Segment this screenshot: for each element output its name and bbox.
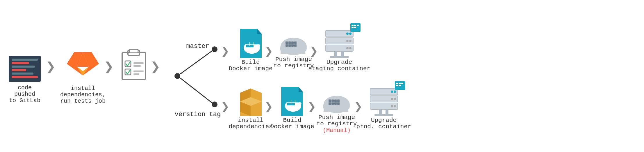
upgrade-staging-label: Upgrade	[327, 59, 352, 66]
upgrade-prod-label: Upgrade	[371, 117, 397, 124]
svg-rect-40	[254, 42, 258, 44]
svg-text:to GitLab: to GitLab	[9, 97, 40, 104]
push-registry-top-label: Push image	[275, 56, 312, 63]
chevron-top-1: ❯	[221, 44, 229, 60]
svg-rect-58	[326, 38, 353, 44]
chevron-top-2: ❯	[265, 44, 273, 60]
svg-rect-100	[337, 99, 340, 102]
svg-rect-52	[286, 44, 288, 47]
svg-point-30	[212, 46, 217, 52]
svg-rect-96	[324, 104, 348, 112]
svg-point-62	[346, 40, 349, 42]
svg-point-63	[349, 40, 352, 42]
svg-rect-120	[399, 83, 401, 84]
svg-line-31	[180, 78, 212, 103]
svg-text:staging container: staging container	[308, 65, 370, 72]
svg-rect-21	[129, 49, 138, 53]
push-registry-bot-label: Push image	[318, 114, 355, 121]
svg-rect-116	[386, 109, 388, 115]
svg-rect-68	[330, 56, 349, 58]
svg-text:run tests job: run tests job	[60, 98, 106, 104]
install-deps-label: install	[238, 117, 263, 124]
svg-rect-107	[370, 96, 398, 102]
svg-rect-87	[287, 100, 291, 102]
svg-point-65	[349, 47, 352, 49]
cloud-registry-bottom	[323, 96, 350, 113]
svg-rect-97	[329, 99, 331, 102]
chevron-top-3: ❯	[310, 44, 318, 60]
svg-rect-25	[133, 65, 141, 67]
svg-rect-54	[291, 44, 294, 47]
svg-rect-39	[250, 42, 254, 44]
svg-point-61	[349, 32, 352, 35]
svg-rect-119	[396, 83, 398, 84]
svg-rect-42	[250, 45, 254, 47]
chevron-3: ❯	[151, 59, 160, 77]
svg-rect-99	[334, 99, 337, 102]
manual-label: (Manual)	[323, 127, 351, 134]
code-icon	[9, 56, 41, 82]
chevron-bot-3: ❯	[308, 99, 316, 115]
svg-point-114	[394, 105, 396, 107]
svg-rect-122	[396, 85, 398, 86]
svg-rect-70	[352, 25, 354, 26]
svg-marker-34	[257, 29, 262, 34]
svg-rect-90	[287, 103, 291, 105]
svg-text:dependencies: dependencies	[229, 123, 272, 130]
version-tag-label: verstion tag	[175, 111, 221, 118]
svg-point-111	[391, 98, 393, 100]
docker-file-top	[240, 29, 262, 58]
svg-point-28	[174, 73, 180, 79]
server-prod	[370, 81, 405, 116]
svg-rect-101	[329, 102, 331, 105]
svg-rect-26	[133, 70, 144, 72]
svg-rect-24	[133, 62, 144, 64]
svg-rect-57	[326, 30, 353, 37]
svg-rect-5	[12, 73, 33, 75]
svg-text:dependencies,: dependencies,	[60, 91, 106, 98]
svg-point-109	[391, 91, 393, 93]
svg-rect-4	[12, 69, 26, 71]
svg-rect-50	[291, 41, 294, 44]
svg-rect-73	[352, 27, 354, 28]
svg-rect-104	[337, 102, 340, 105]
svg-rect-1	[12, 59, 38, 61]
svg-point-32	[212, 102, 217, 107]
build-docker-top-label: Build	[241, 59, 260, 66]
svg-rect-115	[379, 109, 382, 115]
svg-rect-74	[354, 27, 356, 28]
svg-rect-102	[331, 102, 334, 105]
svg-rect-72	[357, 25, 359, 26]
box-icon	[240, 88, 262, 116]
svg-rect-6	[12, 76, 38, 78]
svg-text:to registry: to registry	[317, 120, 357, 127]
svg-rect-121	[401, 83, 403, 84]
svg-rect-3	[12, 66, 35, 68]
docker-file-bottom	[281, 87, 303, 116]
server-staging	[326, 23, 361, 58]
svg-rect-66	[334, 51, 337, 57]
svg-point-113	[391, 105, 393, 107]
code-label: code	[18, 84, 32, 91]
svg-rect-47	[281, 46, 305, 54]
pipeline-diagram: code pushed to GitLab ❯ install de	[0, 0, 644, 152]
svg-text:pushed: pushed	[14, 91, 35, 97]
svg-rect-27	[133, 73, 139, 75]
cloud-registry-top	[280, 38, 307, 55]
svg-rect-106	[370, 88, 398, 95]
svg-point-60	[346, 32, 349, 35]
svg-point-112	[394, 98, 396, 100]
chevron-2: ❯	[104, 59, 114, 77]
chevron-bot-4: ❯	[354, 99, 363, 115]
svg-rect-2	[12, 62, 29, 64]
build-docker-bot-label: Build	[283, 117, 301, 124]
svg-rect-89	[295, 100, 299, 102]
svg-point-110	[394, 91, 396, 93]
svg-rect-59	[326, 45, 353, 51]
svg-rect-108	[370, 103, 398, 109]
svg-rect-91	[291, 103, 295, 105]
svg-rect-53	[288, 44, 291, 47]
gitlab-icon	[67, 52, 99, 75]
svg-text:to registry: to registry	[274, 62, 314, 69]
svg-rect-55	[294, 44, 297, 47]
